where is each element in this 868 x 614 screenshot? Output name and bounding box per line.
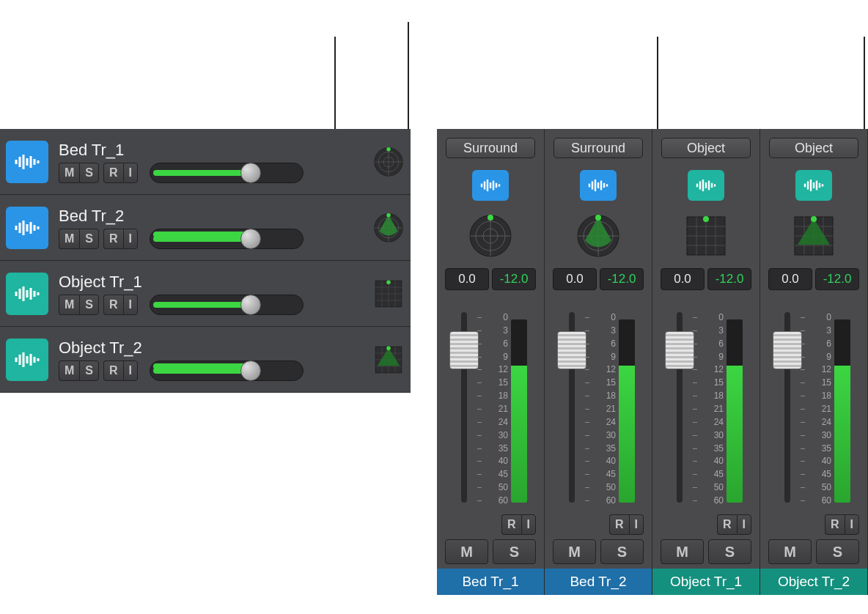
track-name-label: Object Tr_2 — [59, 339, 372, 358]
record-button[interactable]: R — [609, 514, 629, 535]
volume-slider[interactable] — [150, 360, 304, 381]
mute-button[interactable]: M — [553, 539, 596, 564]
svg-point-39 — [595, 215, 601, 221]
solo-button[interactable]: S — [79, 360, 99, 381]
surround-panner[interactable] — [789, 211, 839, 261]
mute-button[interactable]: M — [768, 539, 812, 564]
channel-strip: Surround 0.0 -12.0 036912151821243035404… — [545, 129, 652, 595]
input-monitor-button[interactable]: I — [629, 514, 644, 535]
peak-readout[interactable]: -12.0 — [815, 268, 859, 290]
scale-tick: 50 — [699, 482, 724, 492]
scale-tick: 24 — [806, 417, 831, 427]
scale-tick: 12 — [591, 364, 616, 374]
peak-readout[interactable]: -12.0 — [492, 268, 536, 290]
gain-readout[interactable]: 0.0 — [661, 268, 705, 290]
output-mode-button[interactable]: Surround — [446, 138, 535, 158]
input-monitor-button[interactable]: I — [123, 295, 138, 315]
mute-button[interactable]: M — [445, 539, 488, 564]
fader-thumb[interactable] — [773, 331, 802, 369]
scale-tick: 6 — [806, 339, 831, 349]
record-button[interactable]: R — [717, 514, 737, 535]
solo-button[interactable]: S — [79, 163, 99, 183]
record-button[interactable]: R — [825, 514, 845, 535]
scale-tick: 9 — [591, 352, 616, 362]
surround-panner[interactable] — [573, 211, 623, 261]
panner-mini[interactable] — [372, 146, 405, 178]
record-button[interactable]: R — [103, 360, 123, 381]
input-monitor-button[interactable]: I — [521, 514, 536, 535]
solo-button[interactable]: S — [708, 539, 751, 564]
track-type-icon — [6, 339, 48, 381]
scale-tick: 0 — [483, 312, 508, 322]
channel-name-label[interactable]: Object Tr_1 — [652, 569, 760, 595]
input-monitor-button[interactable]: I — [123, 163, 138, 183]
record-button[interactable]: R — [501, 514, 521, 535]
peak-readout[interactable]: -12.0 — [707, 268, 751, 290]
scale-tick: 21 — [699, 404, 724, 414]
solo-button[interactable]: S — [79, 229, 99, 249]
scale-tick: 15 — [483, 377, 508, 388]
solo-button[interactable]: S — [600, 539, 644, 564]
scale-tick: 60 — [483, 495, 508, 506]
scale-tick: 3 — [699, 325, 724, 336]
solo-button[interactable]: S — [79, 295, 99, 315]
mute-button[interactable]: M — [59, 163, 79, 183]
scale-tick: 45 — [483, 469, 508, 479]
mute-button[interactable]: M — [59, 360, 79, 381]
svg-point-55 — [811, 216, 817, 222]
output-mode-button[interactable]: Surround — [553, 138, 643, 158]
scale-tick: 12 — [806, 364, 831, 374]
scale-tick: 12 — [483, 364, 508, 374]
mute-button[interactable]: M — [59, 295, 79, 315]
scale-tick: 18 — [806, 391, 831, 401]
input-monitor-button[interactable]: I — [737, 514, 751, 535]
input-monitor-button[interactable]: I — [123, 229, 138, 249]
fader-thumb[interactable] — [449, 331, 479, 369]
input-monitor-button[interactable]: I — [845, 514, 859, 535]
peak-readout[interactable]: -12.0 — [600, 268, 644, 290]
fader-thumb[interactable] — [557, 331, 586, 369]
gain-readout[interactable]: 0.0 — [768, 268, 812, 290]
level-meter — [727, 319, 743, 503]
volume-slider[interactable] — [150, 163, 304, 183]
scale-tick: 6 — [591, 339, 616, 349]
volume-slider[interactable] — [150, 229, 304, 249]
track-row[interactable]: Bed Tr_2 M S R I — [0, 195, 411, 261]
scale-tick: 15 — [591, 377, 616, 388]
record-button[interactable]: R — [103, 229, 123, 249]
gain-readout[interactable]: 0.0 — [553, 268, 597, 290]
channel-name-label[interactable]: Bed Tr_2 — [545, 569, 652, 595]
record-button[interactable]: R — [103, 163, 123, 183]
volume-slider[interactable] — [150, 295, 304, 315]
scale-tick: 45 — [699, 469, 724, 479]
mute-button[interactable]: M — [59, 229, 79, 249]
mute-button[interactable]: M — [661, 539, 704, 564]
panner-mini[interactable] — [372, 278, 405, 310]
surround-panner[interactable] — [466, 211, 515, 261]
scale-tick: 21 — [591, 404, 616, 414]
channel-name-label[interactable]: Object Tr_2 — [760, 569, 867, 595]
output-mode-button[interactable]: Object — [769, 138, 858, 158]
gain-readout[interactable]: 0.0 — [445, 268, 489, 290]
scale-tick: 24 — [591, 417, 616, 427]
track-name-label: Object Tr_1 — [59, 273, 372, 292]
scale-tick: 3 — [806, 325, 831, 336]
level-meter — [834, 319, 850, 503]
track-row[interactable]: Bed Tr_1 M S R I — [0, 129, 411, 195]
track-row[interactable]: Object Tr_2 M S R I — [0, 327, 411, 393]
fader-thumb[interactable] — [665, 331, 694, 369]
scale-tick: 12 — [699, 364, 724, 374]
input-monitor-button[interactable]: I — [123, 360, 138, 381]
record-button[interactable]: R — [103, 295, 123, 315]
channel-strip: Object 0.0 -12.0 03691215182124303540455… — [652, 129, 760, 595]
panner-mini[interactable] — [372, 212, 405, 244]
channel-name-label[interactable]: Bed Tr_1 — [437, 569, 544, 595]
panner-mini[interactable] — [372, 344, 405, 376]
surround-panner[interactable] — [681, 211, 731, 261]
solo-button[interactable]: S — [493, 539, 536, 564]
track-row[interactable]: Object Tr_1 M S R I — [0, 261, 411, 327]
scale-tick: 0 — [699, 312, 724, 322]
solo-button[interactable]: S — [816, 539, 859, 564]
scale-tick: 9 — [699, 352, 724, 362]
output-mode-button[interactable]: Object — [661, 138, 751, 158]
